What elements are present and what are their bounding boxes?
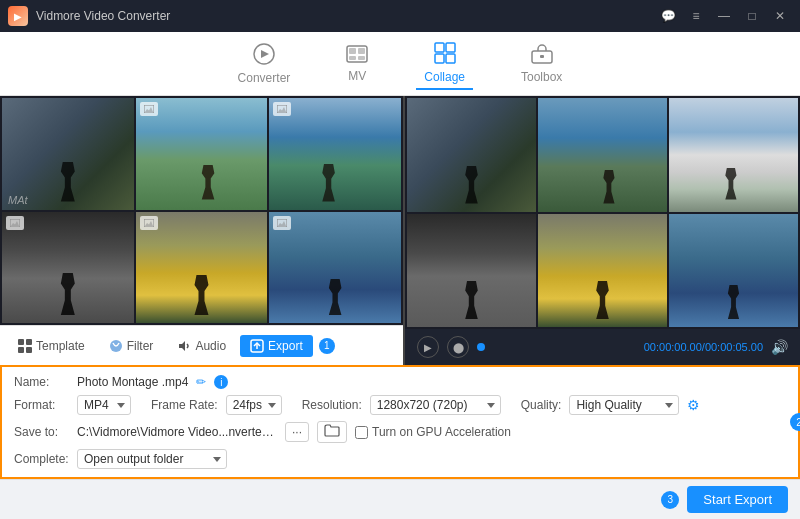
- content-area: MAt: [0, 96, 800, 365]
- app-title: Vidmore Video Converter: [36, 9, 170, 23]
- template-label: Template: [36, 339, 85, 353]
- browse-dots-button[interactable]: ···: [285, 422, 309, 442]
- export-row-complete: Complete: Open output folder Nothing Shu…: [14, 449, 786, 469]
- photo-cell-1[interactable]: MAt: [2, 98, 134, 210]
- toolbox-icon: [531, 44, 553, 67]
- svg-marker-28: [179, 341, 185, 351]
- nav-item-converter[interactable]: Converter: [230, 39, 299, 89]
- stop-button[interactable]: ⬤: [447, 336, 469, 358]
- svg-rect-8: [446, 43, 455, 52]
- svg-rect-23: [18, 339, 24, 345]
- bottom-bar: 3 Start Export: [0, 479, 800, 519]
- template-button[interactable]: Template: [8, 335, 95, 357]
- folder-icon: [324, 424, 340, 437]
- svg-rect-12: [540, 55, 544, 58]
- svg-rect-7: [435, 43, 444, 52]
- filter-label: Filter: [127, 339, 154, 353]
- svg-marker-20: [145, 221, 153, 226]
- preview-cell-6: [669, 214, 798, 328]
- preview-cell-4: [407, 214, 536, 328]
- svg-rect-5: [349, 56, 356, 60]
- preview-cell-1: [407, 98, 536, 212]
- svg-rect-10: [446, 54, 455, 63]
- complete-select[interactable]: Open output folder Nothing Shutdown: [77, 449, 227, 469]
- preview-cell-3: [669, 98, 798, 212]
- nav-label-collage: Collage: [424, 70, 465, 84]
- export-button[interactable]: Export: [240, 335, 313, 357]
- open-folder-button[interactable]: [317, 421, 347, 443]
- format-select[interactable]: MP4 AVI MOV: [77, 395, 131, 415]
- photo-grid: MAt: [0, 96, 403, 325]
- svg-marker-14: [145, 107, 153, 112]
- template-icon: [18, 339, 32, 353]
- preview-cell-2: [538, 98, 667, 212]
- app-icon: ▶: [8, 6, 28, 26]
- progress-dot: [477, 343, 485, 351]
- framerate-select[interactable]: 24fps 30fps 60fps: [226, 395, 282, 415]
- name-value: Photo Montage .mp4: [77, 375, 188, 389]
- collage-icon: [434, 42, 456, 67]
- right-panel: ▶ ⬤ 00:00:00.00/00:00:05.00 🔊: [405, 96, 800, 365]
- audio-button[interactable]: Audio: [167, 335, 236, 357]
- nav-label-toolbox: Toolbox: [521, 70, 562, 84]
- nav-item-collage[interactable]: Collage: [416, 38, 473, 90]
- converter-icon: [253, 43, 275, 68]
- quality-select[interactable]: High Quality Medium Quality Low Quality: [569, 395, 679, 415]
- photo-cell-5[interactable]: [136, 212, 268, 324]
- time-display: 00:00:00.00/00:00:05.00: [644, 341, 763, 353]
- close-button[interactable]: ✕: [768, 7, 792, 25]
- info-icon[interactable]: i: [214, 375, 228, 389]
- export-row-name: Name: Photo Montage .mp4 ✏ i: [14, 375, 786, 389]
- photo-cell-2[interactable]: [136, 98, 268, 210]
- title-bar: ▶ Vidmore Video Converter 💬 ≡ — □ ✕: [0, 0, 800, 32]
- resolution-label: Resolution:: [302, 398, 362, 412]
- nav-item-toolbox[interactable]: Toolbox: [513, 40, 570, 88]
- preview-controls-left: ▶ ⬤: [417, 336, 485, 358]
- menu-button[interactable]: ≡: [684, 7, 708, 25]
- svg-rect-4: [358, 48, 365, 54]
- svg-rect-9: [435, 54, 444, 63]
- photo-cell-6[interactable]: [269, 212, 401, 324]
- complete-label: Complete:: [14, 452, 69, 466]
- step-badge-1: 1: [319, 338, 335, 354]
- svg-marker-1: [261, 50, 269, 58]
- start-export-button[interactable]: Start Export: [687, 486, 788, 513]
- app-body: Converter MV: [0, 32, 800, 519]
- photo-cell-3[interactable]: [269, 98, 401, 210]
- export-icon: [250, 339, 264, 353]
- export-row-format: Format: MP4 AVI MOV Frame Rate: 24fps 30…: [14, 395, 786, 415]
- preview-toolbar: ▶ ⬤ 00:00:00.00/00:00:05.00 🔊: [405, 329, 800, 365]
- nav-label-mv: MV: [348, 69, 366, 83]
- audio-label: Audio: [195, 339, 226, 353]
- svg-rect-6: [358, 56, 365, 60]
- name-label: Name:: [14, 375, 69, 389]
- export-panel: 2 Name: Photo Montage .mp4 ✏ i Format: M…: [0, 365, 800, 479]
- save-path: C:\Vidmore\Vidmore Video...nverter\Colla…: [77, 425, 277, 439]
- gear-icon[interactable]: ⚙: [687, 397, 700, 413]
- play-button[interactable]: ▶: [417, 336, 439, 358]
- nav-item-mv[interactable]: MV: [338, 41, 376, 87]
- edit-icon[interactable]: ✏: [196, 375, 206, 389]
- export-row-saveto: Save to: C:\Vidmore\Vidmore Video...nver…: [14, 421, 786, 443]
- maximize-button[interactable]: □: [740, 7, 764, 25]
- filter-button[interactable]: Filter: [99, 335, 164, 357]
- mat-label-1: MAt: [8, 194, 28, 206]
- quality-label: Quality:: [521, 398, 562, 412]
- minimize-button[interactable]: —: [712, 7, 736, 25]
- left-panel: MAt: [0, 96, 405, 365]
- export-label: Export: [268, 339, 303, 353]
- saveto-label: Save to:: [14, 425, 69, 439]
- preview-grid: [405, 96, 800, 329]
- message-button[interactable]: 💬: [656, 7, 680, 25]
- svg-rect-25: [18, 347, 24, 353]
- audio-icon: [177, 339, 191, 353]
- title-bar-controls: 💬 ≡ — □ ✕: [656, 7, 792, 25]
- gpu-label: Turn on GPU Acceleration: [372, 425, 511, 439]
- preview-cell-5: [538, 214, 667, 328]
- mv-icon: [346, 45, 368, 66]
- gpu-checkbox-input[interactable]: [355, 426, 368, 439]
- resolution-select[interactable]: 1280x720 (720p) 1920x1080 (1080p) 3840x2…: [370, 395, 501, 415]
- photo-cell-4[interactable]: [2, 212, 134, 324]
- gpu-checkbox-label[interactable]: Turn on GPU Acceleration: [355, 425, 511, 439]
- volume-icon[interactable]: 🔊: [771, 339, 788, 355]
